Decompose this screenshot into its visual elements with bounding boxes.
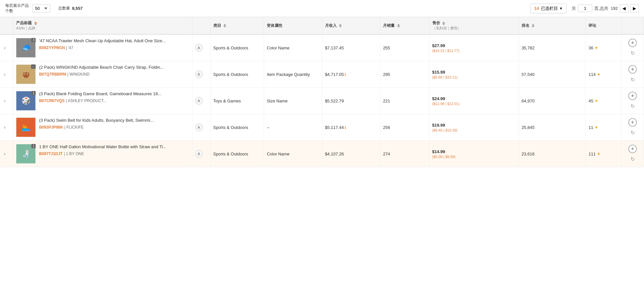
category-cell: Sports & Outdoors: [210, 114, 264, 141]
expand-cell: ›: [0, 141, 13, 167]
expand-cell: ›: [0, 34, 13, 61]
product-info: (2 Pack) WINGKIND Adjustable Beach Chair…: [39, 64, 189, 77]
table-row: › 🧢 3 '47 NCAA Trawler Mesh Clean Up Adj…: [0, 34, 644, 61]
prev-page-button[interactable]: ◀: [620, 4, 628, 13]
review-count: 11: [588, 125, 593, 130]
pagination: 第 页,总共 192 ◀ ▶: [572, 4, 639, 13]
chevron-down-icon: ▾: [560, 6, 562, 11]
th-sales: 月销量: [380, 17, 429, 34]
refresh-button[interactable]: ↻: [629, 102, 636, 110]
expand-button[interactable]: ›: [3, 71, 7, 78]
seller-cell: A: [192, 34, 210, 61]
price-sub: ($12.98 | $12.01): [432, 102, 516, 106]
revenue-cell: $7,137.45: [322, 34, 380, 61]
info-icon[interactable]: ℹ: [345, 73, 346, 77]
actions-cell: + ↻: [621, 114, 644, 141]
product-brand: | 1 BY ONE: [64, 151, 84, 156]
columns-button[interactable]: 14 已选栏目 ▾: [530, 4, 566, 13]
table-row: › 🍶 1 1 BY ONE Half Gallon Motivational …: [0, 141, 644, 167]
variants-cell: Item Package Quantity: [264, 61, 322, 88]
expand-button[interactable]: ›: [3, 151, 7, 157]
rank-cell: 64,970: [519, 88, 586, 114]
rank-value: 64,970: [522, 98, 535, 103]
sort-icon-sales[interactable]: [397, 24, 400, 27]
refresh-button[interactable]: ↻: [629, 49, 636, 57]
info-icon[interactable]: ℹ: [345, 126, 346, 130]
sales-value: 256: [383, 125, 390, 130]
expand-button[interactable]: ›: [3, 124, 7, 131]
columns-label: 已选栏目: [541, 6, 558, 11]
refresh-button[interactable]: ↻: [629, 155, 636, 163]
product-info: (3 Pack) Swim Belt for Kids Adults, Buoy…: [39, 117, 189, 130]
page-input[interactable]: [578, 5, 592, 12]
product-title: '47 NCAA Trawler Mesh Clean Up Adjustabl…: [39, 38, 189, 44]
product-brand: | FLICKIFE: [64, 125, 83, 130]
product-image-wrap: 🏊: [16, 117, 36, 137]
product-brand: | '47: [66, 45, 73, 50]
total-value: 9,557: [72, 6, 83, 11]
sales-cell: 295: [380, 61, 429, 88]
expand-button[interactable]: ›: [3, 98, 7, 104]
product-image-wrap: 🍶 1: [16, 144, 36, 164]
product-image-wrap: 🎲 1: [16, 91, 36, 111]
add-button[interactable]: +: [628, 118, 637, 127]
add-button[interactable]: +: [628, 39, 637, 47]
revenue-value: $5,117.44: [325, 125, 344, 130]
product-cell: 🧢 3 '47 NCAA Trawler Mesh Clean Up Adjus…: [13, 34, 192, 61]
product-asin[interactable]: B07CR87VQS: [39, 98, 64, 103]
table-row: › 🏊 (3 Pack) Swim Belt for Kids Adults, …: [0, 114, 644, 141]
product-info: 1 BY ONE Half Gallon Motivational Water …: [39, 144, 189, 156]
refresh-button[interactable]: ↻: [629, 129, 636, 136]
price-cell: $27.99 ($16.22 | $11.77): [429, 34, 519, 61]
product-asin[interactable]: B07Q7RBBRM: [39, 72, 66, 77]
price-sub: ($16.22 | $11.77): [432, 49, 516, 53]
variants-cell: Size Name: [264, 88, 322, 114]
sort-icon-price[interactable]: [442, 22, 445, 25]
review-count: 111: [588, 151, 596, 156]
th-revenue: 月收入: [322, 17, 380, 34]
star-icon: ★: [595, 45, 598, 50]
add-button[interactable]: +: [628, 65, 637, 74]
rank-value: 23,616: [522, 151, 535, 156]
product-title: 1 BY ONE Half Gallon Motivational Water …: [39, 144, 189, 150]
add-button[interactable]: +: [628, 145, 637, 153]
expand-cell: ›: [0, 88, 13, 114]
per-page-label: 每页展示产品 个数: [5, 3, 29, 13]
add-button[interactable]: +: [628, 92, 637, 100]
product-asin[interactable]: B08ZYYPM1N: [39, 45, 65, 50]
revenue-cell: $5,522.79: [322, 88, 380, 114]
next-page-button[interactable]: ▶: [630, 4, 639, 13]
rank-cell: 35,782: [519, 34, 586, 61]
sort-icon-rank[interactable]: [532, 24, 534, 27]
actions-cell: + ↻: [621, 141, 644, 167]
product-image: 🍶: [22, 150, 30, 158]
actions-cell: + ↻: [621, 34, 644, 61]
sort-icon-revenue[interactable]: [339, 24, 342, 27]
price-main: $15.99: [432, 70, 516, 75]
product-cell: 🎲 1 (3 Pack) Blank Folding Game Board, G…: [13, 88, 192, 114]
rank-value: 57,540: [522, 72, 535, 77]
product-cell: 🍶 1 1 BY ONE Half Gallon Motivational Wa…: [13, 141, 192, 167]
sales-value: 274: [383, 151, 390, 156]
sort-icon-product[interactable]: [34, 22, 37, 25]
rank-cell: 23,616: [519, 141, 586, 167]
star-icon: ★: [597, 151, 600, 156]
per-page-select[interactable]: 50 10 25 100: [32, 4, 50, 12]
expand-button[interactable]: ›: [3, 45, 7, 51]
product-image: 🧢: [22, 44, 30, 52]
product-asin[interactable]: B097TJ1DJT: [39, 151, 63, 156]
product-image: 🎲: [22, 97, 30, 105]
th-expand: [0, 17, 13, 34]
refresh-button[interactable]: ↻: [629, 76, 636, 83]
total-label: 总数量: [58, 6, 70, 11]
category-cell: Sports & Outdoors: [210, 34, 264, 61]
sort-icon-category[interactable]: [224, 24, 226, 27]
variants-cell: Color Name: [264, 141, 322, 167]
price-cell: $15.99 ($5.88 | $10.11): [429, 61, 519, 88]
reviews-cell: 36 ★: [586, 34, 621, 61]
seller-icon: A: [195, 44, 203, 52]
product-asin[interactable]: B093PJP98K: [39, 125, 63, 130]
product-cell: 🏊 (3 Pack) Swim Belt for Kids Adults, Bu…: [13, 114, 192, 141]
seller-cell: A: [192, 88, 210, 114]
th-seller: [192, 17, 210, 34]
